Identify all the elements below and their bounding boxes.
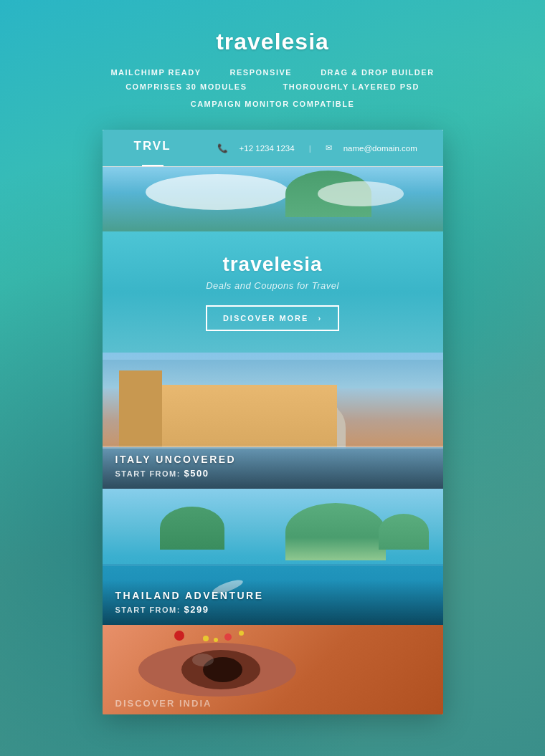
- feature-modules: COMPRISES 30 MODULES: [125, 82, 247, 91]
- italy-price-label: START FROM:: [115, 469, 181, 478]
- destination-india: DISCOVER INDIA: [103, 625, 443, 714]
- phone-icon: 📞: [217, 143, 228, 153]
- features-row-1: MAILCHIMP READY RESPONSIVE DRAG & DROP B…: [110, 68, 434, 77]
- thailand-island: [285, 503, 386, 560]
- india-jewelry-3: [224, 633, 232, 641]
- india-bindi: [174, 631, 184, 641]
- contact-phone: +12 1234 1234: [240, 144, 295, 153]
- india-jewelry-1: [203, 636, 209, 641]
- italy-price-value: $500: [184, 468, 209, 479]
- thailand-island-3: [160, 507, 224, 550]
- italy-buildings: [136, 385, 337, 449]
- italy-price-row: START FROM: $500: [115, 468, 430, 479]
- email-logo-wrapper: TRVL: [103, 130, 203, 166]
- discover-more-button[interactable]: DISCOVER MORE ›: [206, 305, 339, 331]
- feature-drag-drop: DRAG & DROP BUILDER: [321, 68, 434, 77]
- feature-campaign-monitor: CAMPAIGN MONITOR COMPATIBLE: [191, 100, 355, 108]
- thailand-overlay: THAILAND ADVENTURE START FROM: $299: [103, 580, 443, 625]
- destination-thailand: THAILAND ADVENTURE START FROM: $299: [103, 489, 443, 625]
- india-iris: [181, 650, 260, 689]
- italy-overlay: ITALY UNCOVERED START FROM: $500: [103, 444, 443, 489]
- italy-tower: [119, 370, 162, 449]
- email-icon: ✉: [326, 143, 332, 153]
- india-eye-highlight: [192, 654, 214, 666]
- discover-btn-label: DISCOVER MORE: [223, 314, 309, 322]
- contact-email: name@domain.com: [343, 144, 417, 153]
- hero-tagline: Deals and Coupons for Travel: [117, 280, 429, 291]
- email-template-card: TRVL 📞 +12 1234 1234 | ✉ name@domain.com…: [103, 130, 443, 714]
- hero-image: [103, 167, 443, 231]
- page-title: travelesia: [216, 29, 329, 55]
- discover-btn-arrow: ›: [318, 314, 322, 322]
- hero-brand-name: travelesia: [117, 253, 429, 276]
- feature-mailchimp: MAILCHIMP READY: [110, 68, 201, 77]
- thailand-price-row: START FROM: $299: [115, 604, 430, 615]
- destination-italy: ITALY UNCOVERED START FROM: $500: [103, 353, 443, 489]
- india-jewelry-2: [214, 638, 218, 642]
- india-title: DISCOVER INDIA: [115, 698, 212, 709]
- logo-underline: [142, 165, 164, 166]
- india-overlay: DISCOVER INDIA: [115, 698, 212, 709]
- contact-separator: |: [309, 144, 311, 153]
- thailand-island-2: [379, 514, 429, 550]
- email-contact-bar: 📞 +12 1234 1234 | ✉ name@domain.com: [203, 130, 443, 166]
- thailand-price-value: $299: [184, 604, 209, 615]
- india-eye-white: [138, 643, 296, 697]
- thailand-price-label: START FROM:: [115, 606, 181, 614]
- italy-title: ITALY UNCOVERED: [115, 454, 430, 465]
- page-wrapper: travelesia MAILCHIMP READY RESPONSIVE DR…: [0, 0, 545, 714]
- email-header-bar: TRVL 📞 +12 1234 1234 | ✉ name@domain.com: [103, 130, 443, 167]
- features-row-3: CAMPAIGN MONITOR COMPATIBLE: [191, 97, 355, 110]
- email-logo: TRVL: [118, 130, 187, 163]
- feature-responsive: RESPONSIVE: [230, 68, 293, 77]
- hero-text-section: travelesia Deals and Coupons for Travel …: [103, 231, 443, 353]
- thailand-title: THAILAND ADVENTURE: [115, 590, 430, 601]
- feature-layered-psd: THOROUGHLY LAYERED PSD: [283, 82, 420, 91]
- india-jewelry-4: [239, 631, 244, 636]
- features-row-2: COMPRISES 30 MODULES THOROUGHLY LAYERED …: [125, 82, 420, 91]
- hero-island: [285, 171, 371, 217]
